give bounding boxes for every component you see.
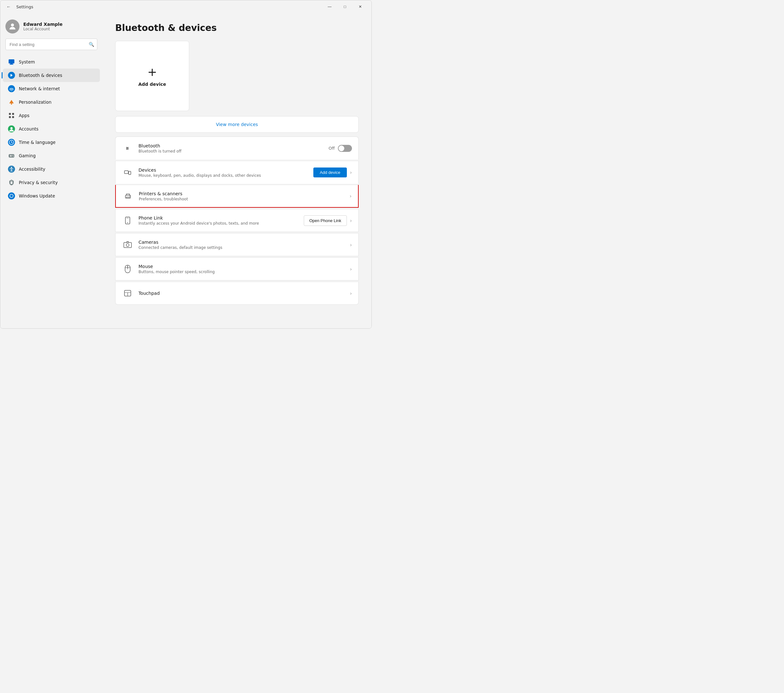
svg-rect-23	[10, 182, 12, 184]
sidebar-item-label-gaming: Gaming	[19, 153, 36, 158]
printers-row-subtitle: Preferences, troubleshoot	[139, 197, 344, 201]
phonelink-row-subtitle: Instantly access your Android device's p…	[138, 221, 299, 226]
bluetooth-row-title: Bluetooth	[138, 143, 324, 148]
svg-point-37	[126, 244, 129, 247]
search-box: 🔍	[5, 39, 97, 50]
cameras-row-subtitle: Connected cameras, default image setting…	[138, 245, 345, 250]
bluetooth-toggle-label: Off	[329, 146, 335, 151]
devices-row-title: Devices	[138, 168, 308, 173]
titlebar-controls: — □ ✕	[322, 2, 367, 12]
network-icon	[8, 85, 15, 92]
sidebar-item-system[interactable]: System	[3, 55, 100, 69]
svg-point-19	[12, 155, 13, 156]
mouse-row-subtitle: Buttons, mouse pointer speed, scrolling	[138, 270, 345, 274]
add-device-card[interactable]: + Add device	[115, 41, 189, 111]
touchpad-row-right: ›	[350, 290, 352, 296]
devices-row-text: Devices Mouse, keyboard, pen, audio, dis…	[138, 168, 308, 178]
svg-rect-3	[10, 64, 13, 65]
user-info: Edward Xample Local Account	[23, 22, 63, 31]
sidebar-item-bluetooth[interactable]: Bluetooth & devices	[3, 69, 100, 82]
user-name: Edward Xample	[23, 22, 63, 27]
mouse-row-icon	[122, 263, 133, 275]
cameras-row-title: Cameras	[138, 240, 345, 245]
touchpad-row[interactable]: Touchpad ›	[115, 282, 359, 305]
sidebar-item-label-apps: Apps	[19, 113, 30, 118]
privacy-icon	[8, 179, 15, 186]
svg-rect-9	[12, 113, 14, 115]
sidebar-item-gaming[interactable]: Gaming	[3, 149, 100, 162]
mouse-row-right: ›	[350, 266, 352, 272]
bluetooth-row-subtitle: Bluetooth is turned off	[138, 149, 324, 153]
accounts-icon	[8, 125, 15, 132]
printers-row[interactable]: Printers & scanners Preferences, trouble…	[115, 185, 359, 208]
svg-rect-10	[9, 116, 11, 118]
main-content: Bluetooth & devices + Add device View mo…	[102, 13, 371, 328]
close-button[interactable]: ✕	[353, 2, 367, 12]
maximize-button[interactable]: □	[338, 2, 352, 12]
printers-row-text: Printers & scanners Preferences, trouble…	[139, 191, 344, 201]
bluetooth-row[interactable]: Bluetooth Bluetooth is turned off Off	[115, 137, 359, 160]
search-input[interactable]	[5, 39, 97, 50]
back-button[interactable]: ←	[4, 2, 13, 11]
cameras-chevron: ›	[350, 242, 352, 248]
phonelink-row-right: Open Phone Link ›	[304, 216, 352, 226]
bluetooth-row-icon	[122, 143, 133, 154]
mouse-row-title: Mouse	[138, 264, 345, 269]
phonelink-row-text: Phone Link Instantly access your Android…	[138, 216, 299, 226]
phonelink-row[interactable]: Phone Link Instantly access your Android…	[115, 209, 359, 232]
svg-rect-28	[128, 171, 131, 174]
accessibility-icon	[8, 166, 15, 173]
devices-chevron: ›	[350, 170, 352, 176]
sidebar-item-accessibility[interactable]: Accessibility	[3, 162, 100, 176]
titlebar-title: Settings	[16, 5, 33, 9]
mouse-row-text: Mouse Buttons, mouse pointer speed, scro…	[138, 264, 345, 274]
devices-row-icon	[122, 167, 133, 178]
cameras-row-text: Cameras Connected cameras, default image…	[138, 240, 345, 250]
sidebar-item-accounts[interactable]: Accounts	[3, 122, 100, 136]
open-phone-link-button[interactable]: Open Phone Link	[304, 216, 346, 226]
devices-row-right: Add device ›	[313, 168, 352, 178]
cameras-row[interactable]: Cameras Connected cameras, default image…	[115, 233, 359, 256]
svg-rect-36	[124, 242, 132, 248]
touchpad-chevron: ›	[350, 290, 352, 296]
sidebar-item-time[interactable]: Time & language	[3, 136, 100, 149]
cameras-row-icon	[122, 239, 133, 250]
sidebar-item-personalization[interactable]: Personalization	[3, 95, 100, 109]
view-more-devices-row[interactable]: View more devices	[115, 116, 359, 133]
svg-rect-1	[8, 59, 14, 64]
user-account-type: Local Account	[23, 27, 63, 31]
printers-row-right: ›	[350, 193, 352, 199]
sidebar-item-label-time: Time & language	[19, 140, 56, 145]
sidebar-item-update[interactable]: Windows Update	[3, 189, 100, 202]
titlebar-left: ← Settings	[4, 2, 33, 11]
bluetooth-toggle[interactable]	[338, 145, 352, 152]
devices-add-button[interactable]: Add device	[313, 168, 346, 178]
sidebar-item-apps[interactable]: Apps	[3, 109, 100, 122]
svg-point-22	[11, 167, 12, 168]
mouse-chevron: ›	[350, 266, 352, 272]
svg-rect-11	[12, 116, 14, 118]
svg-point-24	[8, 193, 15, 199]
devices-row[interactable]: Devices Mouse, keyboard, pen, audio, dis…	[115, 161, 359, 184]
svg-point-5	[8, 85, 15, 92]
view-more-text: View more devices	[216, 122, 258, 127]
page-title: Bluetooth & devices	[115, 23, 359, 33]
sidebar-item-privacy[interactable]: Privacy & security	[3, 176, 100, 189]
user-section: Edward Xample Local Account	[0, 13, 102, 39]
bluetooth-row-right: Off	[329, 145, 352, 152]
printers-row-title: Printers & scanners	[139, 191, 344, 196]
svg-rect-31	[126, 197, 130, 198]
phonelink-row-title: Phone Link	[138, 216, 299, 221]
sidebar-item-label-update: Windows Update	[19, 193, 55, 198]
personalization-icon	[8, 99, 15, 105]
mouse-row[interactable]: Mouse Buttons, mouse pointer speed, scro…	[115, 257, 359, 280]
gaming-icon	[8, 152, 15, 159]
sidebar-item-label-accounts: Accounts	[19, 126, 39, 132]
bluetooth-icon	[8, 72, 15, 79]
svg-point-20	[13, 156, 14, 156]
sidebar-item-network[interactable]: Network & internet	[3, 82, 100, 95]
user-avatar-icon	[8, 22, 17, 31]
touchpad-row-text: Touchpad	[138, 291, 345, 296]
sidebar-item-label-privacy: Privacy & security	[19, 180, 58, 185]
minimize-button[interactable]: —	[322, 2, 337, 12]
